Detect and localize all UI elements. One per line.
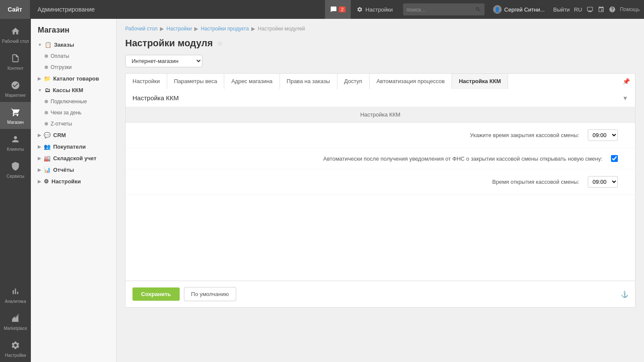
open-time-control: 00:0001:0002:00 03:0004:0005:00 06:0007:… xyxy=(588,176,618,188)
arrow-right-icon: ▶ xyxy=(38,76,41,81)
search-box[interactable] xyxy=(403,3,485,15)
nav-item-buyers[interactable]: ▶ 👥 Покупатели xyxy=(31,141,116,153)
nav-zreports-label: Z-отчеты xyxy=(51,121,72,127)
lang-selector[interactable]: RU xyxy=(574,6,582,13)
form-row-open-time: Время открытия кассовой смены: 00:0001:0… xyxy=(126,169,635,195)
site-button[interactable]: Сайт xyxy=(0,0,30,19)
sidebar-label-desktop: Рабочий стол xyxy=(2,39,29,44)
tabs-bar: Настройки Параметры веса Адрес магазина … xyxy=(125,73,635,89)
tab-weight[interactable]: Параметры веса xyxy=(167,74,225,89)
exit-button[interactable]: Выйти xyxy=(553,6,570,13)
nav-receipts-label: Чеки за день xyxy=(51,110,81,116)
tab-kkm[interactable]: Настройка ККМ xyxy=(452,74,508,89)
sidebar-item-clients[interactable]: Клиенты xyxy=(0,129,31,156)
sidebar-item-settings[interactable]: Настройки xyxy=(0,335,31,362)
clients-icon xyxy=(9,133,21,145)
sidebar-label-content: Контент xyxy=(7,66,23,71)
breadcrumb-product[interactable]: Настройки продукта xyxy=(201,26,249,32)
marketing-icon xyxy=(9,79,21,91)
home-icon xyxy=(9,25,21,37)
arrow-right-rep: ▶ xyxy=(38,168,41,172)
tab-orders[interactable]: Права на заказы xyxy=(280,74,337,89)
sidebar-item-services[interactable]: Сервисы xyxy=(0,156,31,183)
nav-item-receipts[interactable]: Чеки за день xyxy=(31,107,116,118)
sidebar-item-desktop[interactable]: Рабочий стол xyxy=(0,21,31,48)
breadcrumb-sep2: ▶ xyxy=(194,26,198,32)
nav-item-warehouse[interactable]: ▶ 🏭 Складской учет xyxy=(31,153,116,164)
dot-icon xyxy=(45,111,48,114)
dot-icon xyxy=(45,122,48,126)
button-row: Сохранить По умолчанию ⚓ xyxy=(126,281,635,307)
save-button[interactable]: Сохранить xyxy=(132,287,180,301)
breadcrumb-sep3: ▶ xyxy=(251,26,255,32)
nav-shipments-label: Отгрузки xyxy=(51,64,72,70)
store-select[interactable]: Интернет-магазин xyxy=(125,55,202,67)
settings-topbar-button[interactable]: Настройки xyxy=(351,0,399,19)
user-menu[interactable]: 👤 Сергей Ситни... xyxy=(489,5,549,14)
dot-icon xyxy=(45,100,48,103)
form-row-close-time: Укажите время закрытия кассовой смены: 0… xyxy=(126,123,635,148)
auto-open-checkbox[interactable] xyxy=(611,155,618,162)
nav-settings-label: Настройки xyxy=(51,178,81,185)
tab-address[interactable]: Адрес магазина xyxy=(224,74,280,89)
monitor-icon xyxy=(587,6,593,13)
default-button[interactable]: По умолчанию xyxy=(184,287,236,301)
breadcrumb-desktop[interactable]: Рабочий стол xyxy=(125,26,157,32)
breadcrumb-settings[interactable]: Настройки xyxy=(166,26,192,32)
form-row-auto-open: Автоматически после получения уведомлени… xyxy=(126,148,635,169)
close-time-label: Укажите время закрытия кассовой смены: xyxy=(143,132,588,138)
nav-item-crm[interactable]: ▶ 💬 CRM xyxy=(31,129,116,141)
nav-item-reports[interactable]: ▶ 📊 Отчёты xyxy=(31,164,116,176)
kkm-content: Настройка ККМ Укажите время закрытия кас… xyxy=(126,107,635,281)
crm-icon: 💬 xyxy=(44,132,51,138)
open-time-select[interactable]: 00:0001:0002:00 03:0004:0005:00 06:0007:… xyxy=(588,176,618,188)
pin-icon xyxy=(598,6,605,13)
sidebar-item-marketing[interactable]: Маркетинг xyxy=(0,75,31,102)
sidebar-item-shop[interactable]: Магазин xyxy=(0,102,31,129)
nav-item-connected[interactable]: Подключенные xyxy=(31,96,116,107)
nav-crm-label: CRM xyxy=(53,132,66,138)
topbar: Сайт Администрирование 2 Настройки 👤 Сер… xyxy=(0,0,644,19)
nav-item-shipments[interactable]: Отгрузки xyxy=(31,62,116,73)
anchor-icon: ⚓ xyxy=(621,291,628,298)
section-collapse-icon: ▼ xyxy=(622,95,628,102)
nav-item-kkm[interactable]: ▼ 🗂 Кассы ККМ xyxy=(31,84,116,96)
nav-item-navsettings[interactable]: ▶ ⚙ Настройки xyxy=(31,176,116,187)
notifications-button[interactable]: 2 xyxy=(325,0,351,19)
close-time-control: 00:0001:0002:00 03:0004:0005:00 06:0007:… xyxy=(588,129,618,141)
main-layout: Рабочий стол Контент Маркетинг Магазин К… xyxy=(0,19,644,362)
catalog-folder-icon: 📁 xyxy=(44,75,51,82)
sidebar-item-content[interactable]: Контент xyxy=(0,48,31,75)
favorite-star-icon[interactable]: ☆ xyxy=(217,39,223,48)
pin-tab-icon[interactable]: 📌 xyxy=(617,74,635,89)
tab-spacer xyxy=(508,74,617,89)
nav-item-payments[interactable]: Оплаты xyxy=(31,51,116,62)
nav-orders-label: Заказы xyxy=(54,42,74,48)
arrow-right-sets: ▶ xyxy=(38,179,41,184)
nav-item-zreports[interactable]: Z-отчеты xyxy=(31,118,116,129)
arrow-right-crm: ▶ xyxy=(38,133,41,138)
nav-buyers-label: Покупатели xyxy=(53,144,86,150)
close-time-select[interactable]: 00:0001:0002:00 03:0004:0005:00 06:0007:… xyxy=(588,129,618,141)
kkm-folder-icon: 🗂 xyxy=(45,87,50,93)
reports-icon: 📊 xyxy=(44,167,51,173)
nav-title: Магазин xyxy=(31,19,116,39)
tab-automation[interactable]: Автоматизация процессов xyxy=(370,74,452,89)
breadcrumb-current: Настройки модулей xyxy=(258,26,305,32)
tab-settings[interactable]: Настройки xyxy=(126,74,167,89)
search-input[interactable] xyxy=(406,6,475,13)
settings-icon xyxy=(9,339,21,351)
help-label: Помощь xyxy=(620,6,640,12)
sidebar-item-analytics[interactable]: Аналитика xyxy=(0,281,31,308)
nav-item-catalog[interactable]: ▶ 📁 Каталог товаров xyxy=(31,73,116,84)
sidebar-label-services: Сервисы xyxy=(6,174,24,179)
services-icon xyxy=(9,160,21,172)
shop-icon xyxy=(9,106,21,118)
tab-access[interactable]: Доступ xyxy=(337,74,370,89)
content-spacer xyxy=(126,195,635,281)
icon-sidebar: Рабочий стол Контент Маркетинг Магазин К… xyxy=(0,19,31,362)
nav-item-orders[interactable]: ▼ 📋 Заказы xyxy=(31,39,116,51)
sidebar-item-marketplace[interactable]: Marketplace xyxy=(0,308,31,335)
kkm-section-header[interactable]: Настройка ККМ ▼ xyxy=(126,89,635,107)
orders-folder-icon: 📋 xyxy=(45,42,51,48)
